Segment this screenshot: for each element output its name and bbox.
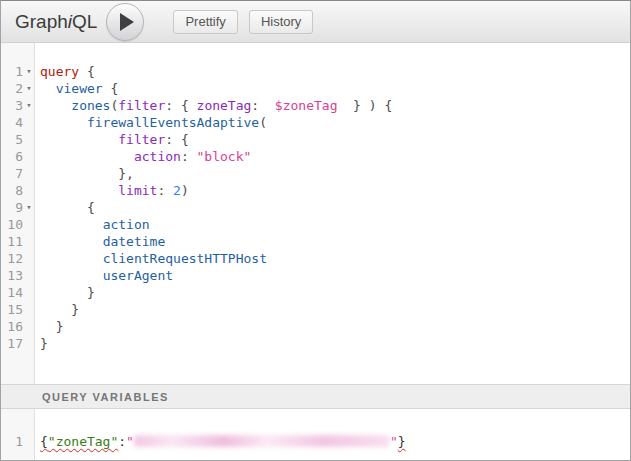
code-line: 8 limit: 2) <box>1 182 630 199</box>
gutter-cell: 16 <box>1 318 35 335</box>
code-line: 10 action <box>1 216 630 233</box>
code-token: } <box>40 285 95 300</box>
logo-part-ql: QL <box>72 11 97 32</box>
fold-gutter-spacer <box>23 233 35 250</box>
code-line-content: { <box>35 199 95 216</box>
code-line: 4 firewallEventsAdaptive( <box>1 114 630 131</box>
fold-gutter-spacer <box>23 131 35 148</box>
code-token: ) <box>181 183 189 198</box>
code-line-content: } <box>35 318 63 335</box>
code-line: 5 filter: { <box>1 131 630 148</box>
code-token <box>40 251 103 266</box>
code-line-content: limit: 2) <box>35 182 189 199</box>
line-number: 17 <box>1 335 23 352</box>
topbar: GraphiQL Prettify History <box>1 1 630 43</box>
code-line-content: action <box>35 216 150 233</box>
gutter-cell: 7 <box>1 165 35 182</box>
code-token: zoneTag <box>197 98 252 113</box>
query-editor[interactable]: 1▾query {2▾ viewer {3▾ zones(filter: { z… <box>1 43 630 384</box>
code-token: : <box>157 183 173 198</box>
code-line: 14 } <box>1 284 630 301</box>
fold-arrow-icon[interactable]: ▾ <box>23 80 35 97</box>
fold-gutter-spacer <box>23 250 35 267</box>
gutter-cell: 1▾ <box>1 63 35 80</box>
gutter-cell: 11 <box>1 233 35 250</box>
fold-gutter-spacer <box>23 165 35 182</box>
gutter-cell: 8 <box>1 182 35 199</box>
fold-gutter-spacer <box>23 267 35 284</box>
line-number: 4 <box>1 114 23 131</box>
line-number: 1 <box>1 433 23 450</box>
code-token: { <box>103 81 119 96</box>
code-token: ( <box>259 115 267 130</box>
code-token <box>40 115 87 130</box>
fold-gutter-spacer <box>23 284 35 301</box>
code-token <box>40 132 118 147</box>
redacted-value <box>134 435 390 447</box>
logo-part-graph: Graph <box>15 11 68 32</box>
variables-editor[interactable]: 1{"zoneTag":""} <box>1 409 630 460</box>
code-token <box>40 81 56 96</box>
app-logo: GraphiQL <box>15 11 97 33</box>
code-token: { <box>79 64 95 79</box>
code-line: 1▾query { <box>1 63 630 80</box>
line-number: 3 <box>1 97 23 114</box>
fold-gutter-spacer <box>23 301 35 318</box>
code-token: : { <box>165 132 188 147</box>
code-token: }, <box>40 166 134 181</box>
code-token: $zoneTag <box>275 98 338 113</box>
code-line: 16 } <box>1 318 630 335</box>
code-token: query <box>40 64 79 79</box>
gutter-cell: 9▾ <box>1 199 35 216</box>
code-line-content: } <box>35 301 79 318</box>
variables-title-label: QUERY VARIABLES <box>42 391 169 403</box>
gutter-cell: 12 <box>1 250 35 267</box>
line-number: 11 <box>1 233 23 250</box>
query-code-area: 1▾query {2▾ viewer {3▾ zones(filter: { z… <box>1 43 630 352</box>
prettify-button[interactable]: Prettify <box>173 10 237 34</box>
code-token <box>40 234 103 249</box>
code-line-content: action: "block" <box>35 148 251 165</box>
code-token <box>40 98 71 113</box>
gutter-cell: 14 <box>1 284 35 301</box>
fold-gutter-spacer <box>23 114 35 131</box>
code-token: limit <box>118 183 157 198</box>
code-token <box>40 217 103 232</box>
code-token: datetime <box>103 234 166 249</box>
code-line: 6 action: "block" <box>1 148 630 165</box>
code-line-content: }, <box>35 165 134 182</box>
code-line-content: firewallEventsAdaptive( <box>35 114 267 131</box>
execute-query-button[interactable] <box>106 3 144 41</box>
line-number: 8 <box>1 182 23 199</box>
variables-code-area: 1{"zoneTag":""} <box>1 409 630 450</box>
code-token: : <box>251 98 274 113</box>
fold-gutter-spacer <box>23 182 35 199</box>
fold-gutter-spacer <box>23 216 35 233</box>
history-button[interactable]: History <box>249 10 313 34</box>
line-number: 16 <box>1 318 23 335</box>
code-token: zones <box>71 98 110 113</box>
code-line: 11 datetime <box>1 233 630 250</box>
code-token: userAgent <box>103 268 173 283</box>
code-token: filter <box>118 132 165 147</box>
gutter-cell: 2▾ <box>1 80 35 97</box>
code-line-content: userAgent <box>35 267 173 284</box>
fold-arrow-icon[interactable]: ▾ <box>23 63 35 80</box>
fold-arrow-icon[interactable]: ▾ <box>23 97 35 114</box>
line-number: 9 <box>1 199 23 216</box>
code-token: 2 <box>173 183 181 198</box>
fold-arrow-icon[interactable]: ▾ <box>23 199 35 216</box>
code-line: 9▾ { <box>1 199 630 216</box>
code-token: "block" <box>197 149 252 164</box>
line-number: 13 <box>1 267 23 284</box>
code-line-content: } <box>35 284 95 301</box>
code-line-content: viewer { <box>35 80 118 97</box>
variables-title-bar[interactable]: QUERY VARIABLES <box>1 384 630 409</box>
fold-gutter-spacer <box>23 433 35 450</box>
line-number: 2 <box>1 80 23 97</box>
line-number: 6 <box>1 148 23 165</box>
gutter-cell: 13 <box>1 267 35 284</box>
code-token: } <box>40 319 63 334</box>
code-line: 17} <box>1 335 630 352</box>
code-token <box>40 183 118 198</box>
